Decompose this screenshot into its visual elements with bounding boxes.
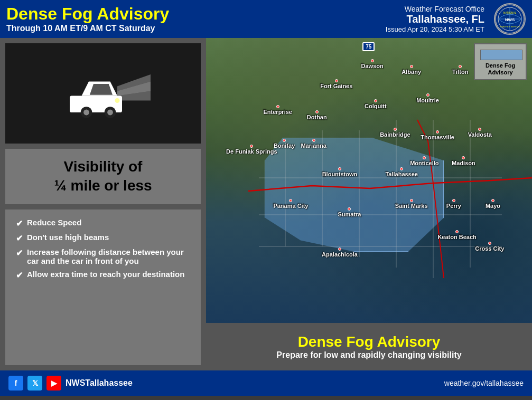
bottom-advisory-subtitle: Prepare for low and rapidly changing vis… <box>276 350 461 360</box>
tip-item: ✔Reduce Speed <box>16 218 190 228</box>
tips-box: ✔Reduce Speed✔Don't use high beams✔Incre… <box>5 209 201 365</box>
checkmark-icon: ✔ <box>16 218 23 228</box>
left-panel: Visibility of ¼ mile or less ✔Reduce Spe… <box>0 38 206 370</box>
visibility-line2: ¼ mile or less <box>54 177 152 194</box>
advisory-subtitle: Through 10 AM ET/9 AM CT Saturday <box>6 24 169 33</box>
interstate-marker: 75 <box>362 42 375 51</box>
footer-url: weather.gov/tallahassee <box>444 379 524 387</box>
header-right: Weather Forecast Office Tallahassee, FL … <box>386 5 484 33</box>
tip-item: ✔Increase following distance between you… <box>16 247 190 265</box>
tip-item: ✔Allow extra time to reach your destinat… <box>16 270 190 280</box>
tip-item: ✔Don't use high beams <box>16 233 190 243</box>
facebook-icon[interactable]: f <box>8 376 23 391</box>
svg-text:NWS: NWS <box>505 17 515 22</box>
checkmark-icon: ✔ <box>16 270 23 280</box>
office-location: Tallahassee, FL <box>386 13 484 25</box>
svg-point-14 <box>83 110 89 116</box>
visibility-line1: Visibility of <box>64 158 143 175</box>
legend-color-box <box>480 50 522 60</box>
bottom-bar: Dense Fog Advisory Prepare for low and r… <box>206 323 532 370</box>
car-icon-box <box>5 43 201 144</box>
map-legend: Dense Fog Advisory <box>474 43 527 80</box>
legend-label-2: Advisory <box>480 69 520 76</box>
advisory-title: Dense Fog Advisory <box>6 5 169 23</box>
svg-point-12 <box>115 98 120 103</box>
checkmark-icon: ✔ <box>16 248 23 258</box>
footer: f 𝕏 ▶ NWSTallahassee weather.gov/tallaha… <box>0 370 532 396</box>
map-area: 75 Dense Fog Advisory DawsonAlbanyTifton… <box>206 38 532 323</box>
bottom-advisory-title: Dense Fog Advisory <box>298 334 441 350</box>
svg-text:NATIONAL: NATIONAL <box>503 11 517 14</box>
header: Dense Fog Advisory Through 10 AM ET/9 AM… <box>0 0 532 38</box>
twitter-icon[interactable]: 𝕏 <box>27 376 42 391</box>
main-content: Visibility of ¼ mile or less ✔Reduce Spe… <box>0 38 532 370</box>
fog-car-icon <box>55 62 151 125</box>
office-name: Weather Forecast Office <box>386 5 484 13</box>
svg-text:WEATHER SERVICE: WEATHER SERVICE <box>500 25 520 28</box>
svg-point-16 <box>107 110 113 116</box>
visibility-box: Visibility of ¼ mile or less <box>5 149 201 204</box>
legend-label-1: Dense Fog <box>480 62 520 69</box>
youtube-icon[interactable]: ▶ <box>46 376 61 391</box>
footer-social: f 𝕏 ▶ NWSTallahassee <box>8 376 133 391</box>
issued-text: Issued Apr 20, 2024 5:30 AM ET <box>386 25 484 33</box>
social-handle: NWSTallahassee <box>66 378 133 388</box>
checkmark-icon: ✔ <box>16 233 23 243</box>
nws-logo: NWS NATIONAL WEATHER SERVICE <box>494 3 526 35</box>
header-left: Dense Fog Advisory Through 10 AM ET/9 AM… <box>6 5 169 33</box>
right-panel: 75 Dense Fog Advisory DawsonAlbanyTifton… <box>206 38 532 370</box>
visibility-text: Visibility of ¼ mile or less <box>16 157 190 196</box>
